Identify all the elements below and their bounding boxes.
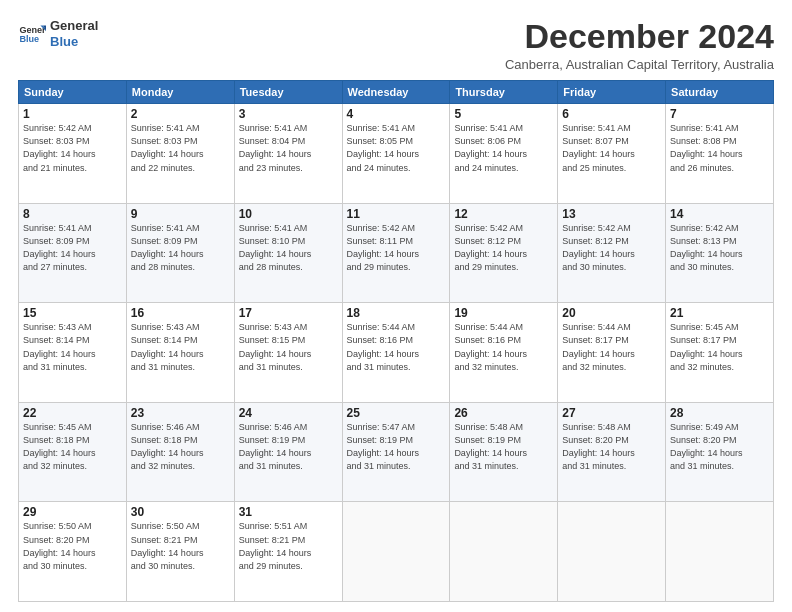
col-wednesday: Wednesday [342,81,450,104]
day-cell-31: 31 Sunrise: 5:51 AMSunset: 8:21 PMDaylig… [234,502,342,602]
main-title: December 2024 [505,18,774,55]
table-row: 29 Sunrise: 5:50 AMSunset: 8:20 PMDaylig… [19,502,774,602]
day-cell-15: 15 Sunrise: 5:43 AMSunset: 8:14 PMDaylig… [19,303,127,403]
table-row: 8 Sunrise: 5:41 AMSunset: 8:09 PMDayligh… [19,203,774,303]
day-cell-18: 18 Sunrise: 5:44 AMSunset: 8:16 PMDaylig… [342,303,450,403]
day-cell-13: 13 Sunrise: 5:42 AMSunset: 8:12 PMDaylig… [558,203,666,303]
day-cell-2: 2 Sunrise: 5:41 AMSunset: 8:03 PMDayligh… [126,104,234,204]
day-cell-3: 3 Sunrise: 5:41 AMSunset: 8:04 PMDayligh… [234,104,342,204]
day-cell-12: 12 Sunrise: 5:42 AMSunset: 8:12 PMDaylig… [450,203,558,303]
logo-text-blue: Blue [50,34,98,50]
day-cell-27: 27 Sunrise: 5:48 AMSunset: 8:20 PMDaylig… [558,402,666,502]
empty-cell [558,502,666,602]
day-cell-17: 17 Sunrise: 5:43 AMSunset: 8:15 PMDaylig… [234,303,342,403]
col-tuesday: Tuesday [234,81,342,104]
day-cell-16: 16 Sunrise: 5:43 AMSunset: 8:14 PMDaylig… [126,303,234,403]
day-cell-1: 1 Sunrise: 5:42 AMSunset: 8:03 PMDayligh… [19,104,127,204]
day-cell-10: 10 Sunrise: 5:41 AMSunset: 8:10 PMDaylig… [234,203,342,303]
col-friday: Friday [558,81,666,104]
logo-text-general: General [50,18,98,34]
header: General Blue General Blue December 2024 … [18,18,774,72]
day-cell-8: 8 Sunrise: 5:41 AMSunset: 8:09 PMDayligh… [19,203,127,303]
empty-cell [342,502,450,602]
day-cell-28: 28 Sunrise: 5:49 AMSunset: 8:20 PMDaylig… [666,402,774,502]
day-cell-5: 5 Sunrise: 5:41 AMSunset: 8:06 PMDayligh… [450,104,558,204]
logo: General Blue General Blue [18,18,98,49]
day-cell-30: 30 Sunrise: 5:50 AMSunset: 8:21 PMDaylig… [126,502,234,602]
empty-cell [450,502,558,602]
col-sunday: Sunday [19,81,127,104]
day-cell-14: 14 Sunrise: 5:42 AMSunset: 8:13 PMDaylig… [666,203,774,303]
day-cell-9: 9 Sunrise: 5:41 AMSunset: 8:09 PMDayligh… [126,203,234,303]
title-block: December 2024 Canberra, Australian Capit… [505,18,774,72]
logo-icon: General Blue [18,20,46,48]
day-cell-21: 21 Sunrise: 5:45 AMSunset: 8:17 PMDaylig… [666,303,774,403]
day-cell-26: 26 Sunrise: 5:48 AMSunset: 8:19 PMDaylig… [450,402,558,502]
col-saturday: Saturday [666,81,774,104]
table-row: 1 Sunrise: 5:42 AMSunset: 8:03 PMDayligh… [19,104,774,204]
day-cell-25: 25 Sunrise: 5:47 AMSunset: 8:19 PMDaylig… [342,402,450,502]
empty-cell [666,502,774,602]
day-cell-20: 20 Sunrise: 5:44 AMSunset: 8:17 PMDaylig… [558,303,666,403]
day-cell-29: 29 Sunrise: 5:50 AMSunset: 8:20 PMDaylig… [19,502,127,602]
table-row: 15 Sunrise: 5:43 AMSunset: 8:14 PMDaylig… [19,303,774,403]
svg-text:Blue: Blue [19,34,39,44]
table-row: 22 Sunrise: 5:45 AMSunset: 8:18 PMDaylig… [19,402,774,502]
calendar: Sunday Monday Tuesday Wednesday Thursday… [18,80,774,602]
col-thursday: Thursday [450,81,558,104]
day-cell-22: 22 Sunrise: 5:45 AMSunset: 8:18 PMDaylig… [19,402,127,502]
day-cell-6: 6 Sunrise: 5:41 AMSunset: 8:07 PMDayligh… [558,104,666,204]
day-cell-4: 4 Sunrise: 5:41 AMSunset: 8:05 PMDayligh… [342,104,450,204]
day-cell-19: 19 Sunrise: 5:44 AMSunset: 8:16 PMDaylig… [450,303,558,403]
calendar-header-row: Sunday Monday Tuesday Wednesday Thursday… [19,81,774,104]
day-cell-11: 11 Sunrise: 5:42 AMSunset: 8:11 PMDaylig… [342,203,450,303]
subtitle: Canberra, Australian Capital Territory, … [505,57,774,72]
day-cell-24: 24 Sunrise: 5:46 AMSunset: 8:19 PMDaylig… [234,402,342,502]
day-cell-7: 7 Sunrise: 5:41 AMSunset: 8:08 PMDayligh… [666,104,774,204]
col-monday: Monday [126,81,234,104]
day-cell-23: 23 Sunrise: 5:46 AMSunset: 8:18 PMDaylig… [126,402,234,502]
page: General Blue General Blue December 2024 … [0,0,792,612]
